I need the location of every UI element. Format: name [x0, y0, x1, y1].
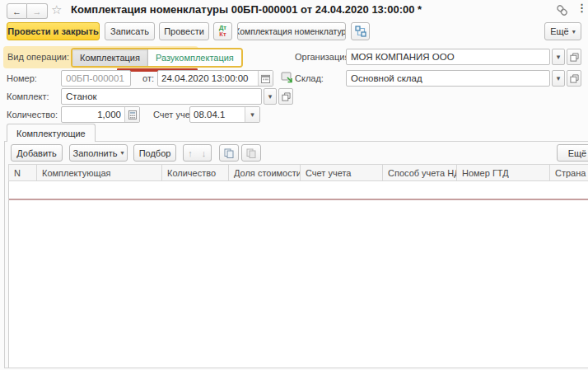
- chevron-down-icon: ▾: [121, 149, 124, 157]
- back-icon: ←: [12, 7, 21, 16]
- pick-button[interactable]: Подбор: [133, 144, 176, 162]
- organization-label: Организация:: [295, 52, 352, 62]
- number-input[interactable]: 00БП-000001: [61, 70, 131, 87]
- calendar-button[interactable]: [258, 71, 273, 86]
- quantity-input[interactable]: 1,000: [61, 106, 140, 123]
- grid-body[interactable]: [9, 181, 588, 368]
- number-label: Номер:: [7, 73, 37, 83]
- post-and-close-label: Провести и закрыть: [7, 26, 98, 36]
- grid-column-country[interactable]: Страна пр: [550, 164, 588, 181]
- fill-label: Заполнить: [72, 148, 117, 158]
- open-icon: [570, 53, 579, 62]
- related-documents-button[interactable]: [351, 22, 370, 40]
- warehouse-label: Склад:: [295, 73, 324, 83]
- calculator-button[interactable]: [124, 107, 139, 122]
- account-input[interactable]: 08.04.1 ▾: [189, 106, 260, 123]
- warehouse-dropdown-button[interactable]: ▾: [552, 70, 565, 87]
- forward-button[interactable]: →: [27, 3, 48, 19]
- quantity-label: Количество:: [7, 110, 58, 119]
- post-and-close-button[interactable]: Провести и закрыть: [7, 22, 100, 40]
- document-window: ← → ☆ Комплектация номенклатуры 00БП-000…: [0, 0, 588, 370]
- kit-label: Комплект:: [7, 91, 49, 101]
- date-input[interactable]: 24.04.2020 13:00:00: [157, 70, 273, 87]
- form-more-label: Ещё: [550, 26, 569, 36]
- move-down-button[interactable]: ↓: [197, 144, 212, 162]
- operation-toggle: Комплектация Разукомплектация: [71, 48, 243, 68]
- back-button[interactable]: ←: [7, 3, 27, 19]
- get-link-button[interactable]: [556, 4, 568, 16]
- open-icon: [282, 92, 291, 101]
- show-postings-button[interactable]: Дт Кт: [213, 22, 232, 40]
- post-button[interactable]: Провести: [159, 22, 209, 40]
- account-dropdown-button[interactable]: ▾: [245, 107, 259, 122]
- print-button[interactable]: Комплектация номенклатуры: [237, 22, 346, 40]
- pick-label: Подбор: [139, 148, 171, 158]
- calendar-icon: [261, 74, 270, 83]
- open-icon: [570, 74, 579, 83]
- page-title: Комплектация номенклатуры 00БП-000001 от…: [71, 3, 422, 16]
- paste-rows-button[interactable]: [241, 144, 261, 162]
- fill-button[interactable]: Заполнить ▾: [69, 144, 128, 162]
- grid-column-component[interactable]: Комплектующая: [37, 164, 162, 181]
- post-label: Провести: [164, 26, 204, 36]
- calculator-icon: [128, 110, 137, 119]
- grid-column-gtd-number[interactable]: Номер ГТД: [457, 164, 550, 181]
- add-row-label: Добавить: [16, 148, 57, 158]
- grid-more-label: Ещё: [568, 148, 587, 158]
- grid-empty-row-separator: [9, 199, 588, 200]
- down-arrow-icon: ↓: [202, 148, 207, 158]
- forward-icon: →: [33, 7, 42, 16]
- date-prefix-label: от:: [142, 73, 154, 83]
- move-up-button[interactable]: ↑: [183, 144, 198, 162]
- link-icon: [556, 4, 568, 16]
- form-more-button[interactable]: Ещё ▾: [544, 22, 581, 40]
- set-current-date-button[interactable]: [281, 72, 294, 84]
- grid-column-vat-method[interactable]: Способ учета НДС: [383, 164, 457, 181]
- grid-column-n[interactable]: N: [8, 164, 37, 181]
- grid-more-button[interactable]: Ещё: [557, 144, 588, 162]
- window-menu-dots[interactable]: ⋮: [576, 2, 587, 14]
- set-date-icon: [281, 72, 294, 84]
- grid-column-account[interactable]: Счет учета: [301, 164, 383, 181]
- operation-label: Вид операции:: [7, 52, 69, 62]
- quantity-value: 1,000: [62, 107, 124, 122]
- tab-components[interactable]: Комплектующие: [7, 124, 96, 142]
- organization-input[interactable]: МОЯ КОМПАНИЯ ООО: [346, 49, 550, 65]
- chevron-down-icon: ▾: [572, 28, 576, 35]
- account-value: 08.04.1: [190, 107, 245, 122]
- warehouse-open-button[interactable]: [567, 70, 581, 87]
- operation-option-razukomplektacia[interactable]: Разукомплектация: [148, 49, 241, 66]
- grid-left-border: [8, 181, 9, 368]
- dt-kt-icon: Дт Кт: [219, 25, 226, 38]
- write-label: Записать: [110, 26, 149, 36]
- copy-rows-button[interactable]: [219, 144, 239, 162]
- kit-dropdown-button[interactable]: ▾: [264, 88, 277, 105]
- print-label: Комплектация номенклатуры: [237, 26, 346, 36]
- warehouse-input[interactable]: Основной склад: [346, 70, 550, 87]
- grid-column-cost-share[interactable]: Доля стоимости: [229, 164, 301, 181]
- date-value: 24.04.2020 13:00:00: [158, 71, 258, 86]
- kit-open-button[interactable]: [278, 88, 293, 105]
- operation-option-komplektacia[interactable]: Комплектация: [72, 49, 148, 66]
- grid-column-quantity[interactable]: Количество: [162, 164, 229, 181]
- paste-icon: [246, 148, 256, 158]
- add-row-button[interactable]: Добавить: [11, 144, 63, 162]
- write-button[interactable]: Записать: [105, 22, 155, 40]
- history-nav: ← →: [7, 3, 48, 19]
- organization-dropdown-button[interactable]: ▾: [552, 49, 565, 65]
- tab-components-label: Комплектующие: [16, 129, 86, 138]
- favorite-star-icon[interactable]: ☆: [51, 2, 62, 17]
- related-documents-icon: [355, 26, 366, 37]
- kit-input[interactable]: Станок: [61, 88, 262, 105]
- organization-open-button[interactable]: [567, 49, 581, 65]
- up-arrow-icon: ↑: [188, 148, 193, 158]
- copy-icon: [224, 148, 234, 158]
